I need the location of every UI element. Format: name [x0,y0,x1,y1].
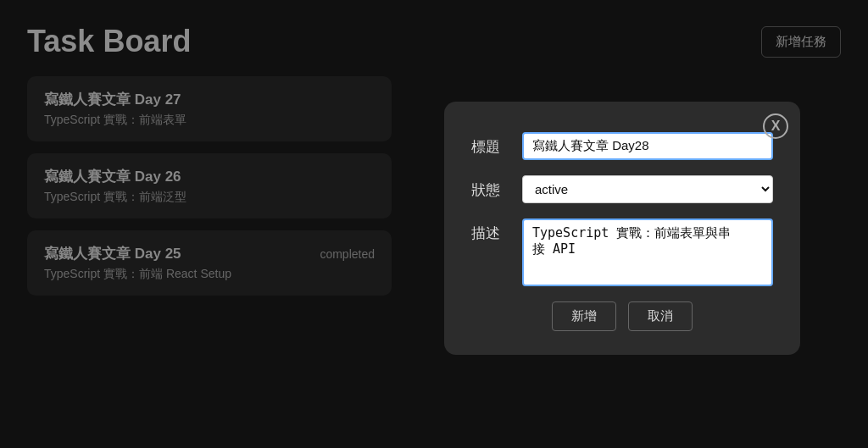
modal-overlay: X 標題 狀態 active completed pending 描述 Type… [0,0,868,448]
title-label: 標題 [471,132,509,157]
desc-label: 描述 [471,218,509,243]
form-row-title: 標題 [471,132,773,160]
status-label: 狀態 [471,175,509,200]
modal-close-button[interactable]: X [763,113,788,139]
cancel-button[interactable]: 取消 [628,301,693,331]
form-row-status: 狀態 active completed pending [471,175,773,203]
title-input[interactable] [522,132,773,160]
status-select[interactable]: active completed pending [522,175,773,203]
submit-add-button[interactable]: 新增 [552,301,616,331]
modal: X 標題 狀態 active completed pending 描述 Type… [444,102,800,355]
form-row-desc: 描述 TypeScript 實戰：前端表單與串 接 API [471,218,773,286]
desc-textarea[interactable]: TypeScript 實戰：前端表單與串 接 API [522,218,773,286]
modal-actions: 新增 取消 [471,301,773,331]
